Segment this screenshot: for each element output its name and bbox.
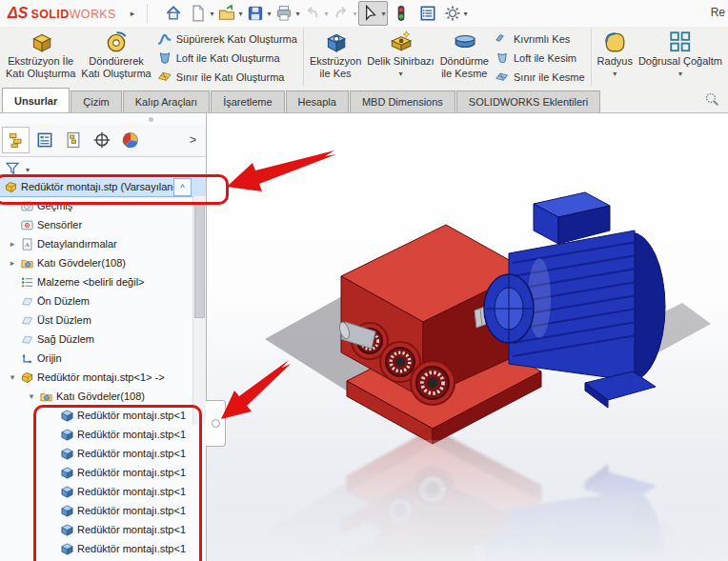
tree-expander-icon[interactable]: ▸ (8, 258, 17, 268)
dropdown-caret-icon[interactable]: ▾ (464, 10, 468, 18)
search-wand-icon (703, 90, 720, 108)
dropdown-caret-icon[interactable]: ▾ (613, 70, 617, 78)
panel-expand-arrow[interactable]: > (182, 133, 204, 147)
ribbon-linear-pattern-button[interactable]: Doğrusal Çoğaltm▾ (636, 28, 725, 80)
panel-tab-feature-manager[interactable] (2, 127, 30, 153)
filter-caret-icon[interactable]: ▾ (26, 166, 30, 174)
panel-tab-configuration-manager[interactable] (59, 127, 87, 153)
ribbon-button-label: Sınır ile Katı Oluşturma (176, 71, 285, 83)
ribbon-loft-cut-button[interactable]: Loft ile Kesim (492, 49, 588, 68)
filter-funnel-icon[interactable] (4, 160, 21, 179)
new-document-button[interactable]: ▾ (187, 1, 215, 26)
tree-item[interactable]: ▸Katı Gövdeler(108) (0, 253, 206, 272)
print-button[interactable]: ▾ (273, 1, 301, 26)
panel-splitter-handle[interactable] (149, 117, 153, 122)
tree-item[interactable]: ▾Redüktör montajı.stp<1> -> (0, 368, 206, 387)
select-cursor-button[interactable]: ▾ (358, 1, 387, 26)
tree-item[interactable]: Ön Düzlem (0, 291, 206, 311)
tree-item[interactable]: Redüktör montajı.stp<1 (0, 425, 206, 444)
dropdown-caret-icon[interactable]: ▾ (295, 10, 299, 18)
tree-item[interactable]: Redüktör montajı.stp<1 (0, 463, 206, 482)
body-icon (60, 409, 74, 423)
undo-button[interactable]: ▾ (301, 1, 330, 26)
tree-item[interactable]: Redüktör montajı.stp<1 (0, 444, 206, 463)
tab-mbd-dimensions[interactable]: MBD Dimensions (350, 90, 455, 112)
ribbon-button-label: Doğrusal Çoğaltm (638, 55, 722, 68)
dropdown-caret-icon[interactable]: ▾ (210, 10, 213, 18)
tree-item[interactable]: Üst Düzlem (0, 311, 206, 330)
tree-item[interactable]: Geçmiş (0, 196, 206, 215)
dropdown-caret-icon[interactable]: ▾ (238, 10, 242, 18)
dropdown-caret-icon[interactable]: ▾ (267, 10, 271, 18)
gearbox-motor-model (206, 112, 728, 561)
open-document-button[interactable]: ▾ (215, 1, 244, 26)
tree-item[interactable]: Malzeme <belirli değil> (0, 272, 206, 291)
tree-item[interactable]: Sağ Düzlem (0, 330, 206, 349)
ribbon-extrude-cut-button[interactable]: Ekstrüzyonile Kes (307, 28, 364, 82)
tab-kal-p-ara-lar-[interactable]: Kalıp Araçları (123, 90, 210, 112)
traffic-light-button[interactable] (388, 1, 415, 26)
tab--izim[interactable]: Çizim (71, 90, 122, 112)
save-button[interactable]: ▾ (244, 1, 273, 26)
ribbon-button-label: Süpürerek Katı Oluşturma (176, 33, 297, 45)
tree-item[interactable]: Redüktör montajı.stp<1 (0, 539, 206, 558)
panel-tab-dimxpert-manager[interactable] (88, 127, 115, 153)
ribbon-swept-cut-button[interactable]: Kıvrımlı Kes (492, 30, 588, 49)
ribbon-boundary-cut-button[interactable]: Sınır ile Kesme (492, 68, 588, 87)
ribbon-button-label: Loft ile Kesim (514, 52, 576, 64)
ribbon-revolve-cut-button[interactable]: Döndürmeile Kesme (437, 28, 492, 82)
ribbon-fillet-button[interactable]: Radyus▾ (595, 28, 636, 80)
tree-expander-icon[interactable]: ▾ (27, 391, 36, 401)
search-commands-icon[interactable] (703, 90, 720, 110)
ribbon-hole-wizard-button[interactable]: Delik Sihirbazı▾ (364, 28, 436, 80)
tree-item[interactable]: Redüktör montajı.stp<1 (0, 482, 206, 501)
tab-i-aretleme[interactable]: İşaretleme (211, 90, 284, 112)
tree-item[interactable]: Redüktör montajı.stp (Varsayılan<^ (0, 177, 206, 196)
dimxpert-manager-icon (92, 130, 111, 150)
logo-mark: ΔS (8, 5, 28, 22)
display-manager-icon (121, 130, 140, 150)
tree-collapse-button[interactable]: ^ (173, 178, 192, 196)
tree-item[interactable]: ▾Katı Gövdeler(108) (0, 387, 206, 406)
tree-item-label: Redüktör montajı.stp<1 (77, 486, 186, 497)
undo-icon (303, 4, 322, 23)
panel-tab-display-manager[interactable] (116, 127, 144, 153)
redo-button[interactable]: ▾ (330, 1, 358, 26)
logo-brand-bold: SOLID (30, 8, 69, 21)
tree-expander-icon[interactable]: ▸ (8, 239, 17, 249)
tab-unsurlar[interactable]: Unsurlar (2, 88, 70, 112)
ribbon-sweep-boss-button[interactable]: Süpürerek Katı Oluşturma (154, 30, 300, 49)
evaluate-list-button[interactable] (415, 1, 441, 26)
home-button[interactable] (160, 1, 187, 26)
panel-collapse-tab[interactable] (206, 400, 226, 447)
tree-scrollbar[interactable] (192, 196, 206, 425)
ribbon-revolve-boss-button[interactable]: DöndürerekKatı Oluşturma (78, 28, 153, 82)
panel-tab-property-manager[interactable] (30, 127, 58, 153)
tab-hesapla[interactable]: Hesapla (286, 90, 349, 112)
options-gear-button[interactable]: ▾ (441, 1, 470, 26)
tree-item[interactable]: Orijin (0, 349, 206, 368)
ribbon-extrude-boss-button[interactable]: Ekstrüzyon İleKatı Oluşturma (3, 28, 78, 82)
tree-item[interactable]: Sensörler (0, 215, 206, 234)
tree-expander-icon[interactable]: ▾ (8, 372, 17, 382)
dropdown-caret-icon[interactable]: ▾ (353, 10, 356, 18)
tree-item[interactable]: ▸ADetaylandırmalar (0, 234, 206, 253)
redo-icon (332, 4, 351, 23)
dropdown-caret-icon[interactable]: ▾ (398, 70, 402, 78)
command-tab-bar: UnsurlarÇizimKalıp AraçlarıİşaretlemeHes… (0, 88, 728, 113)
dropdown-caret-icon[interactable]: ▾ (324, 10, 328, 18)
titlebar: ΔSSOLIDWORKS ▸ ▾▾▾▾▾▾▾▾ Re (0, 0, 728, 27)
dropdown-caret-icon[interactable]: ▾ (678, 70, 682, 78)
tree-item[interactable]: Redüktör montajı.stp<1 (0, 520, 206, 539)
tab-solidworks-eklentileri[interactable]: SOLIDWORKS Eklentileri (456, 90, 600, 112)
ribbon-boundary-boss-button[interactable]: Sınır ile Katı Oluşturma (154, 68, 300, 87)
ribbon-loft-boss-button[interactable]: Loft ile Katı Oluşturma (154, 49, 300, 68)
plane-icon (20, 332, 34, 347)
tree-scrollbar-thumb[interactable] (194, 202, 205, 318)
tree-item[interactable]: Redüktör montajı.stp<1 (0, 501, 206, 520)
graphics-viewport[interactable] (206, 112, 728, 561)
logo-expand-arrow-icon[interactable]: ▸ (131, 9, 135, 18)
dropdown-caret-icon[interactable]: ▾ (381, 10, 385, 18)
tree-item[interactable]: Redüktör montajı.stp<1 (0, 406, 206, 425)
ribbon-separator (591, 29, 592, 86)
